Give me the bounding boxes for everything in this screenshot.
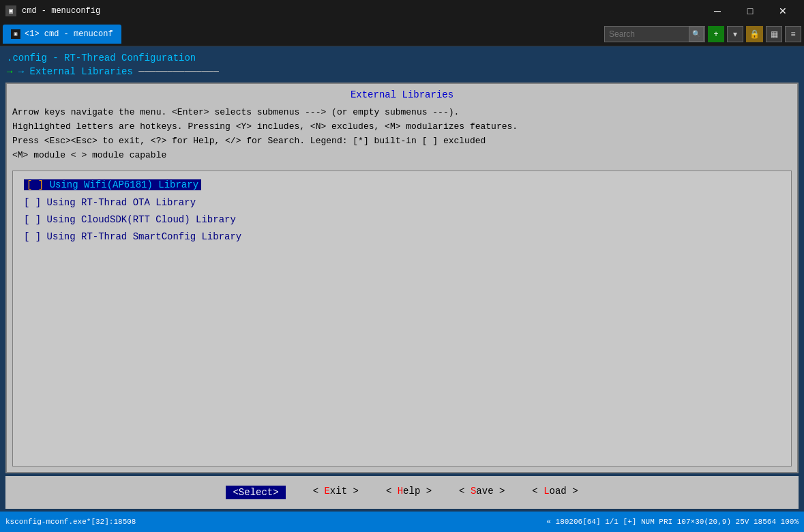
status-left: ksconfig-mconf.exe*[32]:18508 xyxy=(5,518,546,526)
menu-box: [ ] Using Wifi(AP6181) Library[ ] Using … xyxy=(12,171,792,467)
title-bar-text: cmd - menuconfig xyxy=(22,6,696,16)
terminal-container: .config - RT-Thread Configuration → → Ex… xyxy=(0,46,804,512)
load-underline-char: L xyxy=(544,486,549,497)
tab-label: <1> cmd - menuconf xyxy=(25,29,113,39)
load-button[interactable]: < Load > xyxy=(532,486,578,499)
instruction-line1: Arrow keys navigate the menu. <Enter> se… xyxy=(12,106,792,120)
instruction-line2: Highlighted letters are hotkeys. Pressin… xyxy=(12,120,792,134)
save-underline-char: S xyxy=(471,486,476,497)
menu-button[interactable]: ≡ xyxy=(785,26,801,42)
instruction-line3: Press <Esc><Esc> to exit, <?> for Help, … xyxy=(12,134,792,149)
exit-underline-char: E xyxy=(324,486,329,497)
content-area: External Libraries Arrow keys navigate t… xyxy=(5,83,799,473)
search-wrapper: 🔍 xyxy=(604,26,705,42)
minimize-button[interactable]: ─ xyxy=(702,0,733,22)
breadcrumb-line1: .config - RT-Thread Configuration xyxy=(7,52,797,65)
instructions: Arrow keys navigate the menu. <Enter> se… xyxy=(12,106,792,162)
view-button[interactable]: ▦ xyxy=(766,26,782,42)
close-button[interactable]: ✕ xyxy=(767,0,799,22)
add-button[interactable]: + xyxy=(708,26,724,42)
help-underline-char: H xyxy=(398,486,403,497)
section-title: External Libraries xyxy=(12,89,792,100)
select-button[interactable]: <Select> xyxy=(226,486,285,499)
breadcrumb-line2: → → External Libraries ────────────── xyxy=(7,65,797,79)
breadcrumb-external-lib: → External Libraries xyxy=(18,66,133,77)
dropdown-button[interactable]: ▾ xyxy=(727,26,743,42)
breadcrumb: .config - RT-Thread Configuration → → Ex… xyxy=(3,49,801,80)
status-bar: ksconfig-mconf.exe*[32]:18508 « 180206[6… xyxy=(0,512,804,532)
instruction-line4: <M> module < > module capable xyxy=(12,149,792,163)
tab-bar-right: 🔍 + ▾ 🔒 ▦ ≡ xyxy=(604,26,801,42)
menu-item[interactable]: [ ] Using RT-Thrad SmartConfig Library xyxy=(24,228,780,246)
lock-button[interactable]: 🔒 xyxy=(746,26,763,42)
title-bar-controls: ─ □ ✕ xyxy=(702,0,799,22)
tab-bar: ▣ <1> cmd - menuconf 🔍 + ▾ 🔒 ▦ ≡ xyxy=(0,22,804,46)
menu-item[interactable]: [ ] Using CloudSDK(RTT Cloud) Library xyxy=(24,211,780,228)
exit-button[interactable]: < Exit > xyxy=(313,486,359,499)
bottom-buttons: <Select> < Exit > < Help > < Save > < Lo… xyxy=(5,476,799,509)
menu-item[interactable]: [ ] Using RT-Thrad OTA Library xyxy=(24,194,780,211)
maximize-button[interactable]: □ xyxy=(734,0,766,22)
status-center: « 180206[64] 1/1 [+] NUM PRI 107×30 xyxy=(546,518,704,526)
menu-item[interactable]: [ ] Using Wifi(AP6181) Library xyxy=(24,177,780,194)
title-bar: ▣ cmd - menuconfig ─ □ ✕ xyxy=(0,0,804,22)
app-icon: ▣ xyxy=(5,5,16,16)
tab-item[interactable]: ▣ <1> cmd - menuconf xyxy=(3,25,121,44)
search-button[interactable]: 🔍 xyxy=(689,27,704,42)
save-button[interactable]: < Save > xyxy=(459,486,505,499)
help-button[interactable]: < Help > xyxy=(386,486,432,499)
menu-items-container: [ ] Using Wifi(AP6181) Library[ ] Using … xyxy=(24,177,780,246)
breadcrumb-arrow: → xyxy=(7,66,18,77)
tab-icon: ▣ xyxy=(11,29,20,39)
status-right: (20,9) 25V 18564 100% xyxy=(704,518,799,526)
